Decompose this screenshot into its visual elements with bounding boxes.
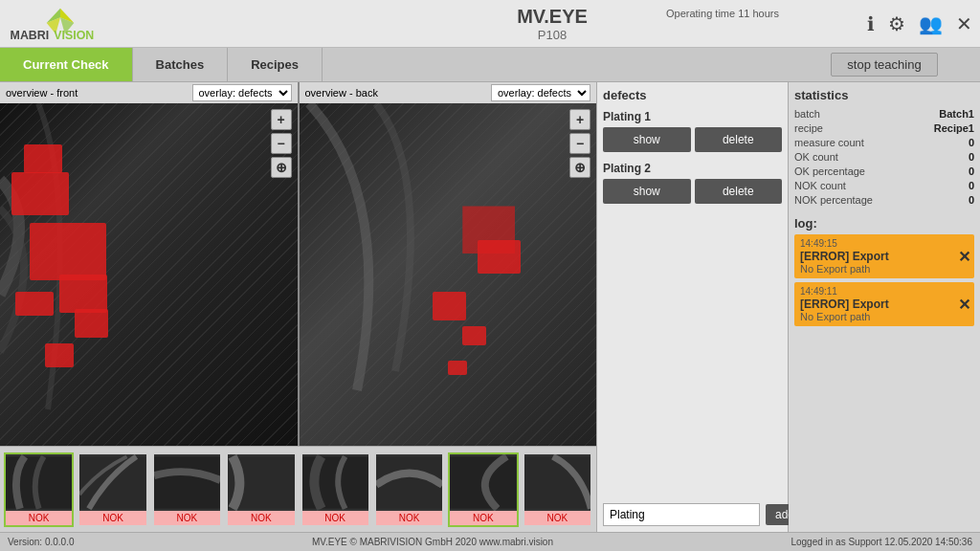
info-icon[interactable]: ℹ [867,12,875,35]
thumbnail-strip: NOK NOK NOK [0,446,596,532]
front-canvas: + − ⊕ [0,103,298,446]
thumb-img-8 [524,454,590,511]
log-subtitle-1: No Export path [800,263,969,275]
defect-blob [45,343,74,367]
zoom-out-button[interactable]: − [271,133,292,154]
thumb-svg-5 [302,454,368,511]
defect-blob [11,172,69,215]
thumbnail-2[interactable]: NOK [78,452,147,527]
back-canvas: + − ⊕ [300,103,597,446]
plating-add-row: add [603,503,782,526]
back-view-title: overview - back [305,87,378,99]
log-close-1[interactable]: ✕ [958,248,970,266]
stat-recipe-label: recipe [794,122,823,134]
plating-1-show-button[interactable]: show [603,127,691,152]
back-overlay-select[interactable]: overlay: defects overlay: none [491,84,590,101]
defects-panel: defects Plating 1 show delete Plating 2 … [597,82,789,532]
stat-recipe-value: Recipe1 [934,122,974,134]
main-content: overview - front overlay: defects overla… [0,82,980,532]
stat-measure-value: 0 [969,137,974,148]
thumb-label-7: NOK [450,511,516,525]
stat-row-nok-count: NOK count 0 [794,180,974,191]
back-zoom-controls: + − ⊕ [569,109,590,178]
status-bar: Version: 0.0.0.0 MV.EYE © MABRIVISION Gm… [0,532,980,551]
copyright-text: MV.EYE © MABRIVISION GmbH 2020 www.mabri… [312,537,553,547]
thumbnail-6[interactable]: NOK [374,452,444,527]
defect-blob [24,144,62,173]
stat-measure-label: measure count [794,137,864,148]
stat-ok-count-label: OK count [794,151,838,163]
thumb-img-1 [6,454,72,511]
tab-batches[interactable]: Batches [133,48,229,81]
log-close-2[interactable]: ✕ [958,296,970,314]
stat-batch-label: batch [794,108,820,120]
thumbnail-1[interactable]: NOK [4,452,74,527]
logo: MABRI VISION [8,5,113,43]
plating-2-delete-button[interactable]: delete [695,179,783,204]
thumb-img-6 [376,454,442,511]
thumb-svg-8 [524,454,590,511]
thumb-label-2: NOK [79,511,145,525]
back-zoom-in-button[interactable]: + [569,109,590,130]
stat-row-measure: measure count 0 [794,137,974,148]
users-icon[interactable]: 👥 [919,12,943,35]
thumb-svg-6 [376,454,442,511]
thumb-img-7 [450,454,516,511]
log-entry-2: 14:49:11 [ERROR] Export No Export path ✕ [794,282,974,326]
defect-blob [30,223,106,280]
plating-name-input[interactable] [603,503,760,526]
thumb-img-5 [302,454,368,511]
svg-text:MABRI: MABRI [11,29,50,42]
defect-blob [448,361,467,375]
thumb-svg-2 [79,454,145,511]
stat-ok-count-value: 0 [969,151,974,163]
front-image [0,103,298,446]
thumb-img-3 [154,454,220,511]
stat-nok-count-label: NOK count [794,180,846,191]
log-time-1: 14:49:15 [800,238,969,249]
top-icons: ℹ ⚙ 👥 ✕ [789,0,980,48]
plating-1-buttons: show delete [603,127,782,152]
tab-current-check[interactable]: Current Check [0,48,133,81]
stat-nok-pct-value: 0 [969,194,974,206]
stat-row-recipe: recipe Recipe1 [794,122,974,134]
thumbnail-5[interactable]: NOK [301,452,370,527]
stat-row-nok-pct: NOK percentage 0 [794,194,974,206]
plating-group-2: Plating 2 show delete [603,162,782,204]
defect-blob [478,240,521,274]
stat-row-batch: batch Batch1 [794,108,974,120]
stat-nok-pct-label: NOK percentage [794,194,873,206]
back-image [300,103,597,446]
stat-batch-value: Batch1 [939,108,974,120]
thumbnail-7[interactable]: NOK [448,452,518,527]
back-zoom-fit-button[interactable]: ⊕ [569,157,590,178]
tab-recipes[interactable]: Recipes [228,48,323,81]
log-title-1: [ERROR] Export [800,250,969,263]
plating-2-show-button[interactable]: show [603,179,691,204]
zoom-fit-button[interactable]: ⊕ [271,157,292,178]
thumbnail-3[interactable]: NOK [152,452,222,527]
stat-nok-count-value: 0 [969,180,974,191]
front-overlay-select[interactable]: overlay: defects overlay: none [192,84,292,101]
thumb-svg-4 [228,454,294,511]
defect-blob [75,309,108,338]
right-panel: statistics batch Batch1 recipe Recipe1 m… [789,82,980,532]
thumbnail-8[interactable]: NOK [523,452,592,527]
defect-blob [462,326,486,345]
thumb-svg-3 [154,454,220,511]
zoom-in-button[interactable]: + [271,109,292,130]
stat-ok-pct-value: 0 [969,165,974,177]
settings-icon[interactable]: ⚙ [888,12,905,35]
defect-blob [59,275,107,313]
stop-teaching-button[interactable]: stop teaching [831,53,937,77]
thumbnail-4[interactable]: NOK [226,452,296,527]
back-zoom-out-button[interactable]: − [569,133,590,154]
front-image-view: overview - front overlay: defects overla… [0,82,298,446]
log-entry-1: 14:49:15 [ERROR] Export No Export path ✕ [794,234,974,278]
plating-1-delete-button[interactable]: delete [695,127,783,152]
close-icon[interactable]: ✕ [956,12,972,35]
thumb-label-8: NOK [524,511,590,525]
svg-rect-8 [154,456,220,509]
front-zoom-controls: + − ⊕ [271,109,292,178]
front-view-title: overview - front [6,87,78,99]
